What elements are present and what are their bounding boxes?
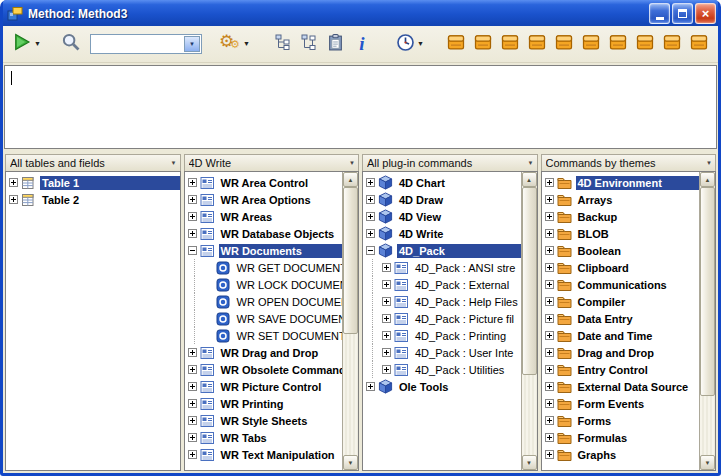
macro-slot-button[interactable]	[659, 30, 685, 58]
header-menu-arrow-icon[interactable]: ▼	[171, 160, 177, 166]
macro-slot-button[interactable]	[605, 30, 631, 58]
tree-list[interactable]: WR Area ControlWR Area OptionsWR AreasWR…	[185, 172, 343, 470]
expand-icon[interactable]	[545, 212, 554, 221]
expand-icon[interactable]	[382, 331, 391, 340]
scrollbar-thumb[interactable]	[700, 187, 715, 396]
tree-item[interactable]: Table 1	[6, 174, 180, 191]
method-editor[interactable]	[4, 65, 717, 149]
header-menu-arrow-icon[interactable]: ▼	[706, 160, 712, 166]
expand-icon[interactable]	[188, 229, 197, 238]
expand-icon[interactable]	[545, 416, 554, 425]
tree-item[interactable]: WR SET DOCUMENT I	[185, 327, 343, 344]
tree-item[interactable]: WR Area Options	[185, 191, 343, 208]
minimize-button[interactable]	[649, 3, 670, 24]
scrollbar-thumb[interactable]	[343, 187, 358, 334]
expand-icon[interactable]	[545, 195, 554, 204]
expand-icon[interactable]	[366, 178, 375, 187]
tree-item[interactable]: WR Database Objects	[185, 225, 343, 242]
scroll-down-button[interactable]: ▼	[343, 455, 358, 470]
macro-slot-button[interactable]	[632, 30, 658, 58]
tree-item[interactable]: WR OPEN DOCUMENT	[185, 293, 343, 310]
tree-item[interactable]: 4D_Pack	[363, 242, 521, 259]
dropdown-arrow-icon[interactable]: ▼	[34, 40, 41, 47]
expand-structure-button[interactable]	[271, 30, 297, 58]
tree-item[interactable]: WR Picture Control	[185, 378, 343, 395]
tree-item[interactable]: 4D Environment	[542, 174, 700, 191]
tree-item[interactable]: WR LOCK DOCUMENT	[185, 276, 343, 293]
expand-icon[interactable]	[382, 280, 391, 289]
macro-slot-button[interactable]	[524, 30, 550, 58]
tree-item[interactable]: Clipboard	[542, 259, 700, 276]
expand-icon[interactable]	[382, 314, 391, 323]
scroll-up-button[interactable]: ▲	[700, 172, 715, 187]
maximize-button[interactable]	[672, 3, 693, 24]
macro-slot-button[interactable]	[470, 30, 496, 58]
tree-item[interactable]: Boolean	[542, 242, 700, 259]
expand-icon[interactable]	[545, 229, 554, 238]
macro-slot-button[interactable]	[551, 30, 577, 58]
tree-item[interactable]: Drag and Drop	[542, 344, 700, 361]
panel-header[interactable]: 4D Write▼	[184, 154, 360, 171]
tree-item[interactable]: 4D Write	[363, 225, 521, 242]
search-combobox[interactable]: ▼	[90, 34, 202, 54]
tree-item[interactable]: Backup	[542, 208, 700, 225]
expand-icon[interactable]	[545, 280, 554, 289]
expand-icon[interactable]	[366, 195, 375, 204]
expand-icon[interactable]	[188, 195, 197, 204]
vertical-scrollbar[interactable]: ▲▼	[699, 172, 715, 470]
tree-item[interactable]: 4D_Pack : Help Files	[363, 293, 521, 310]
expand-icon[interactable]	[545, 246, 554, 255]
tree-item[interactable]: Table 2	[6, 191, 180, 208]
tree-item[interactable]: WR Style Sheets	[185, 412, 343, 429]
tree-item[interactable]: BLOB	[542, 225, 700, 242]
tree-item[interactable]: Ole Tools	[363, 378, 521, 395]
tree-item[interactable]: 4D_Pack : Utilities	[363, 361, 521, 378]
tree-item[interactable]: 4D_Pack : Picture fil	[363, 310, 521, 327]
expand-icon[interactable]	[188, 365, 197, 374]
tree-item[interactable]: 4D View	[363, 208, 521, 225]
tree-item[interactable]: Communications	[542, 276, 700, 293]
tree-item[interactable]: WR Area Control	[185, 174, 343, 191]
scroll-up-button[interactable]: ▲	[343, 172, 358, 187]
collapse-icon[interactable]	[366, 246, 375, 255]
close-button[interactable]: ×	[695, 3, 716, 24]
dropdown-arrow-icon[interactable]: ▼	[243, 40, 250, 47]
tree-item[interactable]: WR Text Manipulation	[185, 446, 343, 463]
tree-item[interactable]: 4D Chart	[363, 174, 521, 191]
expand-icon[interactable]	[188, 450, 197, 459]
macro-slot-button[interactable]	[497, 30, 523, 58]
scrollbar-thumb[interactable]	[522, 187, 537, 375]
expand-icon[interactable]	[188, 178, 197, 187]
macro-slot-button[interactable]	[686, 30, 712, 58]
expand-icon[interactable]	[545, 450, 554, 459]
expand-icon[interactable]	[545, 348, 554, 357]
expand-icon[interactable]	[188, 382, 197, 391]
tree-item[interactable]: WR Documents	[185, 242, 343, 259]
header-menu-arrow-icon[interactable]: ▼	[528, 160, 534, 166]
tree-item[interactable]: External Data Source	[542, 378, 700, 395]
expand-icon[interactable]	[545, 178, 554, 187]
scroll-down-button[interactable]: ▼	[700, 455, 715, 470]
expand-icon[interactable]	[366, 229, 375, 238]
scrollbar-track[interactable]	[522, 187, 537, 455]
macro-slot-button[interactable]	[443, 30, 469, 58]
tree-item[interactable]: Compiler	[542, 293, 700, 310]
macro-slot-button[interactable]	[578, 30, 604, 58]
expand-icon[interactable]	[188, 433, 197, 442]
tree-item[interactable]: 4D_Pack : External	[363, 276, 521, 293]
tree-item[interactable]: WR SAVE DOCUMENT	[185, 310, 343, 327]
search-button[interactable]	[58, 30, 84, 58]
titlebar[interactable]: Method: Method3 ×	[3, 0, 718, 26]
expand-icon[interactable]	[366, 212, 375, 221]
method-properties-button[interactable]: ⚙ ⚙ ▼	[216, 30, 253, 58]
expand-icon[interactable]	[9, 195, 18, 204]
expand-icon[interactable]	[366, 382, 375, 391]
tree-item[interactable]: Forms	[542, 412, 700, 429]
expand-icon[interactable]	[545, 331, 554, 340]
expand-icon[interactable]	[188, 399, 197, 408]
tree-item[interactable]: WR Areas	[185, 208, 343, 225]
expand-icon[interactable]	[382, 348, 391, 357]
expand-icon[interactable]	[545, 365, 554, 374]
scrollbar-track[interactable]	[700, 187, 715, 455]
tree-item[interactable]: 4D_Pack : ANSI stre	[363, 259, 521, 276]
